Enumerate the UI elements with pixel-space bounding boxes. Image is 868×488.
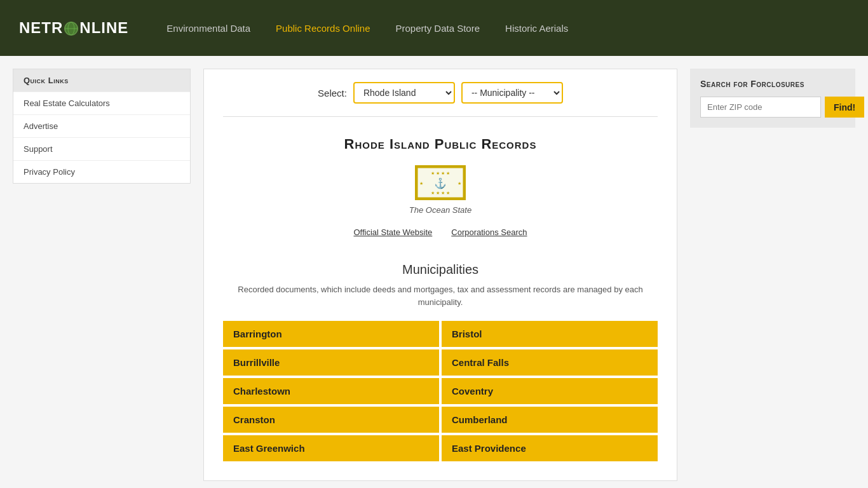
main-content: Select: Rhode Island -- Municipality -- … (203, 69, 677, 481)
site-logo[interactable]: NETR NLINE (19, 19, 128, 37)
divider (223, 116, 658, 117)
zip-input[interactable] (700, 97, 821, 118)
find-button[interactable]: Find! (825, 97, 864, 118)
municipality-east-greenwich[interactable]: East Greenwich (223, 435, 439, 461)
corporations-search-link[interactable]: Corporations Search (451, 227, 527, 237)
logo-text-nline: NLINE (79, 19, 128, 37)
logo-text-netr: NETR (19, 19, 63, 37)
foreclosure-title: Search for Forclosures (700, 79, 845, 89)
nav-environmental[interactable]: Environmental Data (166, 23, 250, 34)
nav-historic-aerials[interactable]: Historic Aerials (505, 23, 568, 34)
municipalities-grid: Barrington Bristol Burrillville Central … (223, 321, 658, 461)
state-motto: The Ocean State (223, 205, 658, 215)
municipality-cranston[interactable]: Cranston (223, 407, 439, 433)
svg-text:★: ★ (419, 181, 423, 186)
svg-text:★: ★ (458, 181, 461, 186)
ri-flag-svg: ★ ★ ★ ★ ★ ★ ★ ★ ★ ★ ⚓ (417, 167, 464, 198)
municipalities-desc: Recorded documents, which include deeds … (223, 283, 658, 308)
state-flag: ★ ★ ★ ★ ★ ★ ★ ★ ★ ★ ⚓ (415, 165, 466, 200)
official-state-link[interactable]: Official State Website (353, 227, 432, 237)
municipality-bristol[interactable]: Bristol (442, 321, 658, 347)
nav-property-data[interactable]: Property Data Store (395, 23, 480, 34)
municipality-charlestown[interactable]: Charlestown (223, 378, 439, 404)
municipalities-section: Municipalities Recorded documents, which… (223, 262, 658, 461)
sidebar-item-advertise[interactable]: Advertise (13, 114, 190, 137)
svg-text:★ ★ ★ ★: ★ ★ ★ ★ (431, 191, 450, 195)
nav-public-records[interactable]: Public Records Online (276, 23, 370, 34)
svg-text:⚓: ⚓ (434, 177, 447, 189)
select-label: Select: (318, 88, 347, 98)
sidebar-item-privacy[interactable]: Privacy Policy (13, 160, 190, 183)
sidebar-item-real-estate[interactable]: Real Estate Calculators (13, 92, 190, 114)
page-layout: Quick Links Real Estate Calculators Adve… (0, 56, 868, 488)
municipality-burrillville[interactable]: Burrillville (223, 349, 439, 376)
left-sidebar: Quick Links Real Estate Calculators Adve… (13, 69, 191, 481)
quick-links-box: Quick Links Real Estate Calculators Adve… (13, 69, 191, 184)
state-section: Rhode Island Public Records ★ ★ ★ ★ ★ ★ … (223, 130, 658, 262)
site-header: NETR NLINE Environmental Data Public Rec… (0, 0, 868, 56)
state-links: Official State Website Corporations Sear… (223, 227, 658, 237)
right-sidebar: Search for Forclosures Find! (690, 69, 855, 481)
sidebar-item-support[interactable]: Support (13, 137, 190, 160)
municipalities-title: Municipalities (223, 262, 658, 277)
municipality-coventry[interactable]: Coventry (442, 378, 658, 404)
municipality-select[interactable]: -- Municipality -- (461, 82, 563, 104)
municipality-central-falls[interactable]: Central Falls (442, 349, 658, 376)
municipality-barrington[interactable]: Barrington (223, 321, 439, 347)
municipality-east-providence[interactable]: East Providence (442, 435, 658, 461)
svg-text:★ ★ ★ ★: ★ ★ ★ ★ (431, 171, 450, 175)
flag-image: ★ ★ ★ ★ ★ ★ ★ ★ ★ ★ ⚓ (415, 165, 466, 200)
quick-links-title: Quick Links (13, 69, 190, 92)
state-select[interactable]: Rhode Island (353, 82, 455, 104)
foreclosure-input-row: Find! (700, 97, 845, 118)
select-row: Select: Rhode Island -- Municipality -- (223, 82, 658, 104)
foreclosure-box: Search for Forclosures Find! (690, 69, 855, 128)
logo-globe-icon (64, 22, 78, 36)
main-nav: Environmental Data Public Records Online… (166, 23, 568, 34)
municipality-cumberland[interactable]: Cumberland (442, 407, 658, 433)
state-title: Rhode Island Public Records (223, 136, 658, 152)
